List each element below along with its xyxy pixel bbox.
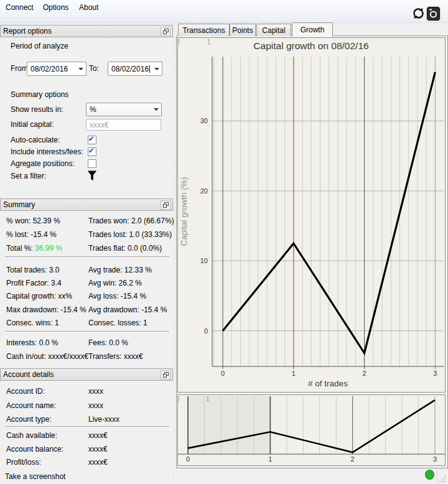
summary-cell: Avg win: 26.2 % — [88, 279, 142, 287]
take-screenshot-button[interactable]: Take a screenshot — [5, 473, 65, 481]
chart-overview-navigator[interactable]: 012301 — [177, 394, 446, 466]
initial-capital-label: Initial capital: — [11, 121, 54, 129]
include-interests-checkbox[interactable] — [88, 147, 96, 156]
tab-points[interactable]: Points — [230, 24, 256, 36]
menu-toolbar-band: Connect Options About — [0, 0, 448, 23]
summary-options-label: Summary options — [11, 91, 68, 99]
show-results-combo[interactable]: % — [86, 103, 162, 116]
summary-cell: Cash in/out: xxxx€/xxxx€ — [6, 353, 88, 361]
summary-cell: Avg drawdown: -15.4 % — [88, 306, 167, 314]
auto-calculate-label: Auto-calculate: — [11, 136, 60, 144]
initial-capital-input[interactable]: xxxx€ — [86, 119, 161, 131]
account-divider — [5, 426, 169, 427]
summary-cell: Trades flat: 0.0 (0.0%) — [88, 244, 162, 253]
svg-text:Capital growth (%): Capital growth (%) — [179, 177, 189, 246]
to-label: To: — [89, 65, 99, 73]
summary-total-row: Total %: 36.99 % — [6, 244, 62, 253]
camera-button[interactable] — [427, 7, 440, 21]
refresh-icon — [412, 7, 425, 20]
from-date-combo[interactable]: 08/02/2016 — [27, 62, 86, 76]
svg-text:# of trades: # of trades — [308, 379, 348, 388]
svg-text:0: 0 — [178, 396, 180, 403]
summary-header: Summary — [0, 198, 173, 211]
tab-transactions[interactable]: Transactions — [178, 24, 230, 36]
account-label: Account balance: — [6, 445, 63, 454]
summary-title: Summary — [1, 200, 161, 209]
svg-text:Capital growth on 08/02/16: Capital growth on 08/02/16 — [253, 40, 368, 51]
summary-cell: Fees: 0.0 % — [88, 339, 128, 347]
to-date-combo[interactable]: 08/02/2016 — [108, 62, 162, 76]
account-label: Account name: — [6, 402, 56, 410]
account-value: xxxx€ — [88, 445, 108, 454]
tab-growth[interactable]: Growth — [292, 22, 333, 37]
summary-cell: Profit Factor: 3.4 — [6, 279, 62, 287]
svg-text:3: 3 — [433, 455, 437, 463]
panel-splitter[interactable] — [174, 22, 175, 484]
summary-cell: Capital growth: xx% — [6, 292, 72, 300]
summary-cell: Avg loss: -15.4 % — [88, 292, 146, 300]
summary-divider — [5, 331, 169, 332]
summary-cell: Transfers: xxxx€ — [88, 353, 143, 361]
svg-text:3: 3 — [433, 370, 437, 377]
svg-text:1: 1 — [268, 455, 272, 463]
from-combo-arrow[interactable] — [76, 62, 86, 75]
svg-text:30: 30 — [200, 117, 208, 124]
account-value: Live-xxxx — [88, 416, 119, 424]
account-value: xxxx — [88, 388, 103, 396]
show-results-value: % — [86, 105, 151, 114]
account-details-header: Account details — [0, 368, 173, 381]
svg-text:2: 2 — [351, 455, 355, 463]
camera-icon — [428, 8, 439, 19]
account-label: Account type: — [6, 416, 52, 424]
resize-grip[interactable] — [439, 475, 446, 483]
connection-status-dot — [425, 470, 434, 480]
menu-about[interactable]: About — [77, 2, 101, 13]
from-date-value: 08/02/2016 — [27, 65, 76, 73]
summary-cell: Trades lost: 1.0 (33.33%) — [88, 231, 172, 239]
summary-cell: Consec. losses: 1 — [88, 319, 147, 327]
show-results-arrow[interactable] — [151, 103, 161, 116]
capital-growth-chart: 01230102030Capital growth on 08/02/16# o… — [177, 37, 446, 393]
include-interests-label: Include interests/fees: — [11, 148, 83, 156]
float-panel-button[interactable] — [161, 370, 170, 379]
refresh-button[interactable] — [411, 6, 426, 21]
svg-text:0: 0 — [204, 327, 208, 335]
float-window-icon — [163, 29, 169, 34]
funnel-filter-icon — [87, 170, 97, 182]
float-window-icon — [163, 202, 169, 208]
capital-growth-plot: 01230102030Capital growth on 08/02/16# o… — [178, 38, 445, 392]
svg-text:0: 0 — [186, 455, 190, 463]
summary-cell: Total trades: 3.0 — [6, 266, 59, 274]
svg-text:0: 0 — [178, 39, 180, 45]
text-caret — [149, 65, 150, 73]
overview-plot[interactable]: 012301 — [178, 395, 445, 465]
agregate-positions-label: Agregate positions: — [11, 160, 75, 168]
agregate-positions-checkbox[interactable] — [88, 159, 96, 168]
summary-cell: Max drawdown: -15.4 % — [6, 306, 86, 314]
filter-button[interactable] — [87, 170, 97, 184]
svg-text:10: 10 — [200, 257, 208, 264]
svg-text:1: 1 — [207, 39, 211, 45]
to-combo-arrow[interactable] — [152, 62, 162, 75]
report-options-header: Report options — [0, 25, 173, 37]
to-date-value: 08/02/2016 — [108, 65, 152, 73]
svg-text:1: 1 — [292, 370, 296, 377]
summary-divider — [5, 256, 169, 257]
summary-cell: % won: 52.39 % — [6, 217, 60, 225]
float-panel-button[interactable] — [161, 200, 170, 210]
float-panel-button[interactable] — [161, 27, 170, 36]
menu-connect[interactable]: Connect — [3, 2, 36, 13]
account-label: Account ID: — [6, 388, 45, 396]
show-results-label: Show results in: — [11, 106, 63, 114]
svg-text:0: 0 — [221, 370, 225, 377]
float-window-icon — [163, 372, 169, 378]
summary-cell: Interests: 0.0 % — [6, 339, 58, 347]
svg-text:20: 20 — [200, 187, 208, 195]
svg-text:2: 2 — [363, 370, 366, 377]
auto-calculate-checkbox[interactable] — [88, 136, 96, 144]
account-details-title: Account details — [1, 370, 161, 379]
account-label: Cash available: — [6, 432, 57, 440]
menu-options[interactable]: Options — [40, 2, 71, 13]
summary-cell: Consec. wins: 1 — [6, 319, 59, 327]
tab-capital[interactable]: Capital — [256, 24, 291, 36]
